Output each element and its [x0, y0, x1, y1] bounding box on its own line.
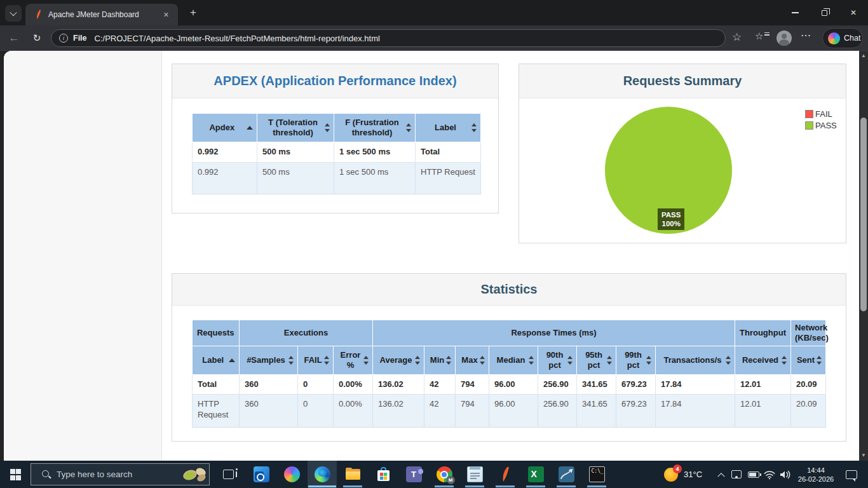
wifi-icon	[763, 470, 776, 480]
search-highlight-image[interactable]	[182, 466, 207, 484]
tab-close-icon[interactable]: ✕	[161, 10, 172, 20]
more-menu-button[interactable]: ⋯	[801, 29, 811, 41]
statistics-title: Statistics	[481, 282, 538, 297]
stats-row-http-request: HTTP Request 360 0 0.00% 136.02 42 794 9…	[193, 395, 826, 428]
network-button[interactable]	[761, 461, 778, 488]
statistics-table: Requests Executions Response Times (ms) …	[192, 320, 826, 428]
stats-col-max[interactable]: Max	[456, 346, 489, 375]
taskbar-notepad[interactable]	[460, 461, 489, 488]
taskbar-excel[interactable]: X	[521, 461, 550, 488]
table-cell: HTTP Request	[416, 162, 481, 194]
page-scrollbar[interactable]: ▲ ▼	[859, 51, 868, 461]
apdex-col-toleration[interactable]: T (Toleration threshold)	[257, 114, 334, 142]
stats-group-response-times: Response Times (ms)	[373, 320, 735, 346]
new-tab-button[interactable]: +	[186, 6, 201, 21]
favorite-star-icon[interactable]: ☆	[732, 30, 742, 44]
sort-icon	[528, 356, 534, 365]
sorted-asc-icon	[247, 126, 253, 130]
table-cell: 794	[456, 395, 489, 428]
table-cell: 341.65	[577, 395, 616, 428]
weather-widget[interactable]: 4 31°C	[656, 461, 710, 488]
chrome-icon: M	[437, 466, 452, 482]
stats-col-fail[interactable]: FAIL	[298, 346, 334, 375]
file-explorer-icon	[345, 466, 361, 482]
taskbar-clock[interactable]: 14:4426-02-2026	[796, 461, 836, 488]
apdex-title[interactable]: APDEX (Application Performance Index)	[214, 74, 456, 88]
stats-group-throughput: Throughput	[735, 320, 791, 346]
action-center-button[interactable]	[840, 461, 863, 488]
search-icon	[41, 470, 51, 480]
table-cell: 20.09	[791, 395, 826, 428]
legend-label: FAIL	[815, 109, 832, 119]
stats-col-samples[interactable]: #Samples	[240, 346, 298, 375]
legend-item-fail: FAIL	[805, 109, 837, 119]
stats-col-error[interactable]: Error %	[334, 346, 373, 375]
taskbar-edge[interactable]	[308, 461, 337, 488]
stats-col-min[interactable]: Min	[424, 346, 456, 375]
legend-item-pass: PASS	[805, 121, 837, 130]
taskbar-outlook[interactable]	[247, 461, 276, 488]
table-cell: 256.90	[538, 395, 577, 428]
collections-icon[interactable]: ☆	[755, 30, 770, 42]
copilot-chat-button[interactable]: Chat	[822, 28, 863, 48]
chrome-profile-badge: M	[447, 476, 455, 484]
close-button[interactable]: ✕	[839, 0, 868, 25]
chevron-down-icon	[10, 9, 17, 16]
volume-button[interactable]	[776, 461, 794, 488]
start-button[interactable]	[0, 461, 31, 488]
jmeter-report-page: APDEX (Application Performance Index) Ap…	[4, 51, 859, 461]
stats-col-transactions[interactable]: Transactions/s	[656, 346, 735, 375]
taskbar-store[interactable]	[369, 461, 398, 488]
minimize-button[interactable]	[780, 0, 810, 25]
url-text[interactable]: C:/PROJECT/Apache-Jmeter-Result/FetchPot…	[95, 34, 380, 43]
table-cell: 679.23	[616, 375, 656, 395]
tray-overflow-button[interactable]	[713, 461, 729, 488]
apdex-col-frustration[interactable]: F (Frustration threshold)	[334, 114, 416, 142]
scroll-up-arrow[interactable]: ▲	[859, 51, 868, 61]
chevron-up-icon	[717, 473, 724, 480]
taskbar-file-explorer[interactable]	[338, 461, 367, 488]
copilot-app-icon	[284, 466, 300, 482]
scrollbar-thumb[interactable]	[860, 118, 867, 311]
taskbar-search-box[interactable]: Type here to search	[31, 463, 210, 485]
scroll-down-arrow[interactable]: ▼	[859, 451, 868, 461]
address-bar[interactable]: i File C:/PROJECT/Apache-Jmeter-Result/F…	[51, 29, 726, 47]
connect-device-button[interactable]	[728, 461, 745, 488]
stats-group-requests: Requests	[193, 320, 240, 346]
table-cell: 136.02	[373, 395, 424, 428]
taskbar-teams[interactable]: T	[399, 461, 428, 488]
table-cell: Total	[193, 375, 240, 395]
back-button[interactable]: ←	[6, 31, 22, 45]
notification-count-badge: 4	[673, 464, 682, 473]
task-view-button[interactable]	[214, 461, 243, 488]
stats-col-sent[interactable]: Sent	[791, 346, 826, 375]
tab-search-button[interactable]	[5, 5, 22, 22]
apdex-col-label[interactable]: Label	[416, 114, 481, 142]
taskbar-cmd[interactable]: C:\_	[582, 461, 611, 488]
stats-col-label[interactable]: Label	[193, 346, 240, 375]
stats-col-95pct[interactable]: 95th pct	[577, 346, 616, 375]
taskbar-jmeter[interactable]	[491, 461, 520, 488]
stats-col-99pct[interactable]: 99th pct	[616, 346, 656, 375]
apdex-col-apdex[interactable]: Apdex	[193, 114, 257, 142]
refresh-button[interactable]: ↻	[29, 31, 44, 45]
table-cell: 500 ms	[257, 162, 334, 194]
stats-col-received[interactable]: Received	[735, 346, 791, 375]
edge-icon	[315, 466, 330, 482]
collections-star: ☆	[755, 30, 763, 41]
stats-group-executions: Executions	[240, 320, 373, 346]
page-info-icon[interactable]: i	[59, 34, 68, 43]
taskbar-copilot[interactable]	[277, 461, 306, 488]
stats-col-average[interactable]: Average	[373, 346, 424, 375]
sort-icon	[445, 356, 452, 365]
table-cell: 42	[424, 395, 456, 428]
browser-tab[interactable]: Apache JMeter Dashboard ✕	[25, 4, 178, 25]
stats-col-median[interactable]: Median	[489, 346, 538, 375]
stats-col-90pct[interactable]: 90th pct	[538, 346, 577, 375]
battery-button[interactable]	[745, 461, 763, 488]
jmeter-icon	[499, 466, 512, 482]
taskbar-chrome[interactable]: M	[430, 461, 459, 488]
restore-button[interactable]	[810, 0, 839, 25]
taskbar-mysql-workbench[interactable]	[552, 461, 581, 488]
profile-avatar[interactable]	[776, 30, 792, 46]
